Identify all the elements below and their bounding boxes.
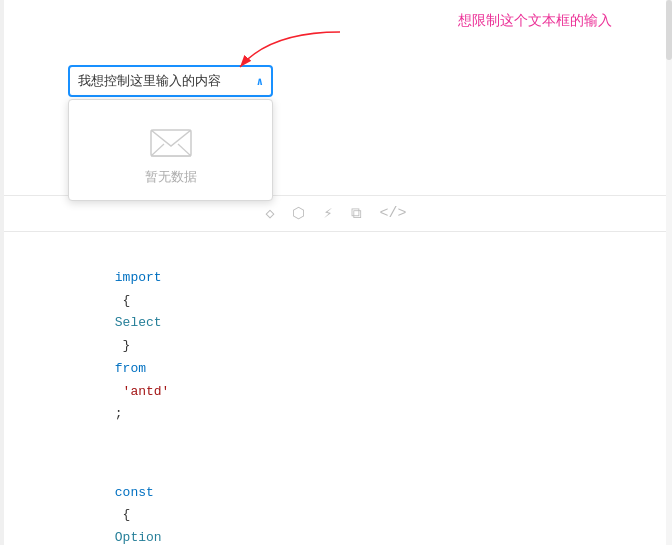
annotation-text: 想限制这个文本框的输入 <box>458 12 612 30</box>
icon-bolt[interactable]: ⚡ <box>323 204 332 223</box>
code-line: const { Option } = Select ; <box>68 459 604 545</box>
scrollbar-track[interactable] <box>666 0 672 545</box>
code-line: import { Select } from 'antd' ; <box>68 244 604 449</box>
icon-diamond[interactable]: ◇ <box>265 204 274 223</box>
code-section: import { Select } from 'antd' ; const { … <box>0 230 672 545</box>
empty-text: 暂无数据 <box>145 168 197 186</box>
empty-icon <box>146 118 196 160</box>
icon-copy[interactable]: ⧉ <box>351 205 362 223</box>
select-dropdown: 暂无数据 <box>68 99 273 201</box>
scrollbar-thumb[interactable] <box>666 0 672 60</box>
icon-cube[interactable]: ⬡ <box>292 204 305 223</box>
icon-code[interactable]: </> <box>380 205 407 222</box>
arrow-icon <box>190 22 360 87</box>
code-blank <box>68 449 604 459</box>
